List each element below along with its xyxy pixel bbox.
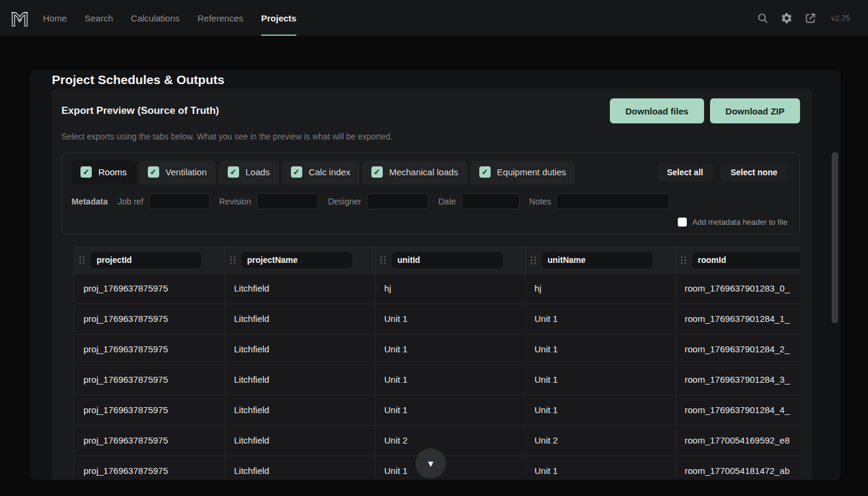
scroll-down-button[interactable]: ▼ <box>416 448 446 479</box>
table-row: proj_1769637875975LitchfieldUnit 1Unit 1… <box>75 364 800 395</box>
table-row: proj_1769637875975LitchfieldUnit 1Unit 1… <box>75 303 800 334</box>
column-header-inner: unitId <box>380 252 520 268</box>
export-tab-mechanical-loads[interactable]: ✓Mechanical loads <box>362 160 467 184</box>
checkbox-checked-icon[interactable]: ✓ <box>80 166 92 178</box>
table-cell: proj_1769637875975 <box>75 395 225 425</box>
table-cell: room_1769637901284_3_ <box>675 364 800 395</box>
gear-icon[interactable] <box>780 12 793 24</box>
nav-right: v2.75 <box>757 12 850 24</box>
version-label: v2.75 <box>831 14 850 23</box>
tab-label: Loads <box>246 167 270 177</box>
column-name-input[interactable]: roomId <box>692 252 801 268</box>
column-header-projectid: projectId <box>75 247 225 273</box>
external-link-icon[interactable] <box>804 12 817 24</box>
table-cell: Litchfield <box>225 273 375 303</box>
table-cell: Litchfield <box>225 334 375 364</box>
nav-item-calculations[interactable]: Calculations <box>131 0 180 36</box>
table-cell: room_1770054169592_e8 <box>675 425 800 455</box>
export-tab-equipment-duties[interactable]: ✓Equipment duties <box>470 160 575 184</box>
table-cell: room_1770054181472_ab <box>675 455 800 480</box>
column-name-input[interactable]: projectName <box>241 252 352 268</box>
card-title: Export Preview (Source of Truth) <box>61 105 219 117</box>
table-cell: proj_1769637875975 <box>75 334 225 364</box>
select-none-button[interactable]: Select none <box>720 163 788 181</box>
metadata-row: Metadata Job refRevisionDesignerDateNote… <box>72 193 788 209</box>
projects-panel: Project Schedules & Outputs Export Previ… <box>30 70 841 480</box>
select-buttons: Select all Select none <box>657 160 788 181</box>
checkbox-checked-icon[interactable]: ✓ <box>228 166 239 178</box>
table-cell: Unit 2 <box>375 425 525 455</box>
card-subtitle: Select exports using the tabs below. Wha… <box>61 132 800 141</box>
export-preview-table: projectIdprojectNameunitIdunitNameroomId… <box>75 247 800 480</box>
drag-handle-icon[interactable] <box>230 256 236 265</box>
table-cell: room_1769637901283_0_ <box>675 273 800 303</box>
nav-item-projects[interactable]: Projects <box>261 0 296 36</box>
metadata-field-revision: Revision <box>219 193 319 209</box>
column-header-projectname: projectName <box>225 247 375 273</box>
checkbox-checked-icon[interactable]: ✓ <box>371 166 383 178</box>
nav-item-search[interactable]: Search <box>85 0 113 36</box>
metadata-field-designer: Designer <box>328 193 429 209</box>
tab-label: Mechanical loads <box>389 167 458 177</box>
nav-item-home[interactable]: Home <box>43 0 67 36</box>
table-cell: Litchfield <box>225 455 375 480</box>
table-cell: Unit 1 <box>525 334 675 364</box>
column-name-input[interactable]: projectId <box>91 252 202 268</box>
table-row: proj_1769637875975Litchfieldhjhjroom_176… <box>75 273 800 303</box>
table-cell: proj_1769637875975 <box>75 425 225 455</box>
column-header-inner: projectId <box>79 252 220 268</box>
metadata-field-label: Notes <box>529 197 551 206</box>
drag-handle-icon[interactable] <box>530 256 537 265</box>
metadata-field-label: Designer <box>328 197 361 206</box>
table-cell: hj <box>375 273 525 303</box>
table-cell: room_1769637901284_1_ <box>675 303 800 334</box>
export-tab-loads[interactable]: ✓Loads <box>219 160 279 184</box>
table-header-row: projectIdprojectNameunitIdunitNameroomId <box>75 247 800 273</box>
export-tab-calc-index[interactable]: ✓Calc index <box>282 160 359 184</box>
table-cell: Litchfield <box>225 395 375 425</box>
checkbox-checked-icon[interactable]: ✓ <box>479 166 491 178</box>
drag-handle-icon[interactable] <box>380 256 386 265</box>
table-cell: Litchfield <box>225 364 375 395</box>
metadata-field-date: Date <box>438 193 520 209</box>
column-header-unitid: unitId <box>375 247 525 273</box>
table-cell: proj_1769637875975 <box>75 273 225 303</box>
column-header-inner: projectName <box>230 252 370 268</box>
column-header-inner: unitName <box>530 252 671 268</box>
table-cell: Unit 1 <box>375 395 525 425</box>
table-cell: hj <box>525 273 675 303</box>
select-all-button[interactable]: Select all <box>657 163 714 181</box>
table-cell: Unit 1 <box>525 303 675 334</box>
table-cell: Litchfield <box>225 303 375 334</box>
page-scrollbar-thumb[interactable] <box>832 152 838 323</box>
export-preview-card: Export Preview (Source of Truth) Downloa… <box>52 88 812 480</box>
column-name-input[interactable]: unitId <box>392 252 503 268</box>
column-name-input[interactable]: unitName <box>542 252 653 268</box>
nav-item-references[interactable]: References <box>197 0 243 36</box>
metadata-input-designer[interactable] <box>367 193 429 209</box>
export-tabs: ✓Rooms✓Ventilation✓Loads✓Calc index✓Mech… <box>72 160 575 184</box>
table-cell: Unit 1 <box>375 303 525 334</box>
export-tab-rooms[interactable]: ✓Rooms <box>72 160 136 184</box>
tab-label: Calc index <box>309 167 351 177</box>
add-metadata-checkbox[interactable] <box>678 218 687 227</box>
table-cell: proj_1769637875975 <box>75 303 225 334</box>
checkbox-checked-icon[interactable]: ✓ <box>148 166 159 178</box>
search-icon[interactable] <box>757 12 769 24</box>
metadata-input-date[interactable] <box>461 193 520 209</box>
metadata-input-job-ref[interactable] <box>149 193 210 209</box>
export-tab-ventilation[interactable]: ✓Ventilation <box>139 160 216 184</box>
metadata-field-notes: Notes <box>529 193 670 209</box>
drag-handle-icon[interactable] <box>79 256 85 265</box>
metadata-input-notes[interactable] <box>556 193 669 209</box>
metadata-input-revision[interactable] <box>256 193 318 209</box>
download-files-button[interactable]: Download files <box>610 98 704 123</box>
export-preview-table-wrap: projectIdprojectNameunitIdunitNameroomId… <box>74 247 800 480</box>
app-logo-icon[interactable] <box>8 7 31 29</box>
metadata-fields: Job refRevisionDesignerDateNotes <box>118 193 680 209</box>
checkbox-checked-icon[interactable]: ✓ <box>291 166 302 178</box>
add-metadata-label: Add metadata header to file <box>692 218 788 227</box>
download-zip-button[interactable]: Download ZIP <box>710 98 800 123</box>
drag-handle-icon[interactable] <box>680 256 687 265</box>
top-navbar: HomeSearchCalculationsReferencesProjects… <box>0 0 868 36</box>
